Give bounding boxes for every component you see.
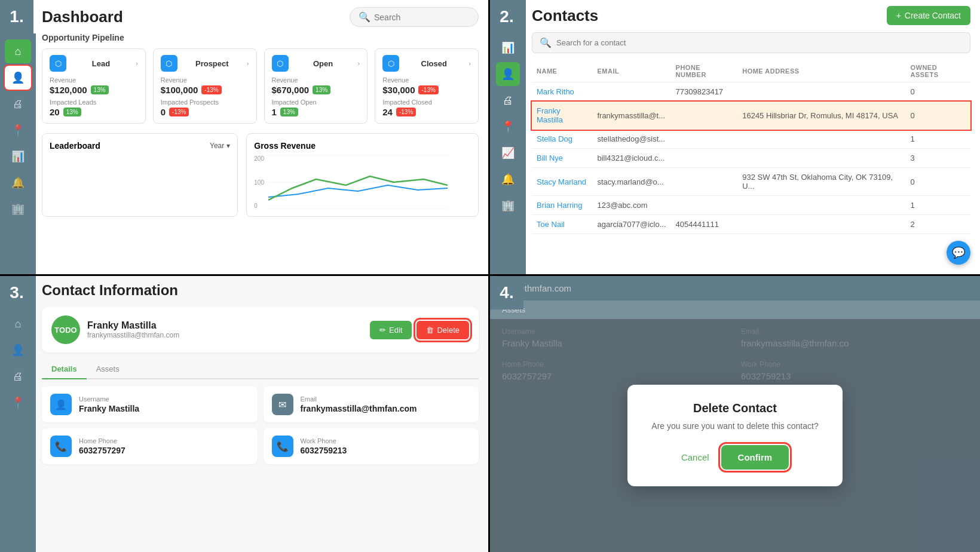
contact-phone-cell: 4054441111 <box>671 215 738 234</box>
delete-button[interactable]: 🗑 Delete <box>416 321 469 339</box>
contact-address-cell <box>737 149 905 168</box>
q1-sidebar: ⌂ 👤 🖨 📍 📊 🔔 🏢 <box>0 33 36 274</box>
contact-info-title: Contact Information <box>42 282 479 299</box>
quadrant-2: 2. 📊 👤 🖨 📍 📈 🔔 🏢 Contacts + Create Conta… <box>490 0 980 276</box>
sidebar-icon-home[interactable]: ⌂ <box>5 39 31 63</box>
contact-name-cell[interactable]: Brian Harring <box>532 196 592 215</box>
col-phone: PHONE NUMBER <box>671 60 738 82</box>
search-bar[interactable]: 🔍 <box>350 7 479 27</box>
lead-revenue-badge: 13% <box>91 85 109 94</box>
q1-header: Dashboard 🔍 <box>42 7 479 27</box>
contact-assets-cell: 1 <box>905 196 970 215</box>
prospect-revenue-badge: -13% <box>201 85 221 94</box>
share-icon-lead[interactable]: ⬡ <box>50 55 66 72</box>
modal-message: Are you sure you want to delete this con… <box>647 421 823 431</box>
contact-name-cell[interactable]: Bill Nye <box>532 149 592 168</box>
sidebar-icon-contacts[interactable]: 👤 <box>5 66 31 90</box>
edit-button[interactable]: ✏ Edit <box>370 321 412 339</box>
contact-avatar: TODO <box>51 315 80 344</box>
table-row[interactable]: Toe Nail agarcia7077@iclo... 4054441111 … <box>532 215 970 234</box>
pipeline-card-open: ⬡ Open › Revenue $670,000 13% Impacted O… <box>264 48 368 124</box>
quadrant-3: 3. ⌂ 👤 🖨 📍 Contact Information TODO Fran… <box>0 276 490 552</box>
table-row[interactable]: Franky Mastilla frankymasstilla@t... 162… <box>532 102 970 130</box>
email-block: Email frankymasstilla@thmfan.com <box>301 395 417 413</box>
year-select[interactable]: Year ▾ <box>210 142 230 150</box>
table-row[interactable]: Brian Harring 123@abc.com 1 <box>532 196 970 215</box>
tabs-bar: Details Assets <box>42 360 479 379</box>
sidebar-icon-building[interactable]: 🏢 <box>5 197 31 221</box>
prospect-impacts-value: 0 <box>161 107 166 117</box>
table-row[interactable]: Stacy Marland stacy.marland@o... 932 SW … <box>532 168 970 196</box>
pipeline-card-prospect: ⬡ Prospect › Revenue $100,000 -13% Impac… <box>153 48 257 124</box>
username-label: Username <box>79 395 139 403</box>
chart-area: 200 100 0 <box>254 155 471 209</box>
q3-nav-print[interactable]: 🖨 <box>5 364 31 388</box>
q4-lower: Username Franky Mastilla Email frankymas… <box>490 319 980 552</box>
contact-name-cell[interactable]: Franky Mastilla <box>532 102 592 130</box>
tab-assets[interactable]: Assets <box>87 360 129 379</box>
pipeline-card-lead: ⬡ Lead › Revenue $120,000 13% Impacted L… <box>42 48 146 124</box>
contact-phone-cell <box>671 130 738 149</box>
q2-nav-building[interactable]: 🏢 <box>496 194 520 217</box>
share-icon-prospect[interactable]: ⬡ <box>161 55 177 72</box>
cancel-button[interactable]: Cancel <box>681 452 709 462</box>
contact-name-cell[interactable]: Stella Dog <box>532 130 592 149</box>
q3-nav-location[interactable]: 📍 <box>5 391 31 415</box>
contact-name-cell[interactable]: Toe Nail <box>532 215 592 234</box>
sidebar-icon-location[interactable]: 📍 <box>5 118 31 142</box>
table-row[interactable]: Stella Dog stellathedog@sist... 1 <box>532 130 970 149</box>
search-contact-input[interactable] <box>556 38 676 47</box>
table-row[interactable]: Mark Ritho 77309823417 0 <box>532 82 970 102</box>
search-contact-icon: 🔍 <box>540 37 552 48</box>
col-email: EMAIL <box>592 60 670 82</box>
create-contact-button[interactable]: + Create Contact <box>887 6 970 25</box>
detail-card-home-phone: 📞 Home Phone 6032757297 <box>42 428 258 464</box>
col-assets: OWNED ASSETS <box>905 60 970 82</box>
q2-nav-location[interactable]: 📍 <box>496 115 520 139</box>
lead-revenue-value: $120,000 <box>50 85 87 95</box>
q2-nav-print[interactable]: 🖨 <box>496 88 520 112</box>
q4-main: tilla@thmfan.com Assets Username Franky … <box>490 276 980 552</box>
table-row[interactable]: Bill Nye bill4321@icloud.c... 3 <box>532 149 970 168</box>
quadrant-4: 4. tilla@thmfan.com Assets Username Fran… <box>490 276 980 552</box>
confirm-button[interactable]: Confirm <box>721 445 789 470</box>
q3-nav-home[interactable]: ⌂ <box>5 312 31 336</box>
contact-email-cell: 123@abc.com <box>592 196 670 215</box>
chat-bubble[interactable]: 💬 <box>947 241 970 265</box>
contact-name-cell[interactable]: Stacy Marland <box>532 168 592 196</box>
leaderboard-card: Leaderboard Year ▾ <box>42 133 238 217</box>
modal-overlay: Delete Contact Are you sure you want to … <box>490 319 980 552</box>
tab-details[interactable]: Details <box>42 360 87 379</box>
search-contact-bar[interactable]: 🔍 <box>532 32 970 53</box>
q3-nav-contacts[interactable]: 👤 <box>5 338 31 362</box>
quadrant-1: 1. ⌂ 👤 🖨 📍 📊 🔔 🏢 Dashboard 🔍 Opportunity… <box>0 0 490 276</box>
work-phone-label: Work Phone <box>301 437 347 444</box>
sidebar-icon-bell[interactable]: 🔔 <box>5 171 31 195</box>
year-label: Year <box>210 142 224 150</box>
prospect-revenue-label: Revenue <box>161 76 249 84</box>
share-icon-closed[interactable]: ⬡ <box>382 55 399 72</box>
contact-email-cell: stacy.marland@o... <box>592 168 670 196</box>
q2-main: Contacts + Create Contact 🔍 NAME EMAIL P… <box>490 0 980 240</box>
q2-nav-contacts[interactable]: 👤 <box>496 62 520 86</box>
q2-nav-bell[interactable]: 🔔 <box>496 167 520 191</box>
create-contact-label: Create Contact <box>905 11 961 20</box>
details-grid: 👤 Username Franky Mastilla ✉ Email frank… <box>42 387 479 464</box>
home-phone-label: Home Phone <box>79 437 125 444</box>
contact-name-block: Franky Mastilla frankymasstilla@thmfan.c… <box>87 320 179 339</box>
q2-nav-bar[interactable]: 📈 <box>496 141 520 165</box>
contact-address-cell <box>737 82 905 102</box>
q2-nav-chart[interactable]: 📊 <box>496 36 520 60</box>
contact-actions: ✏ Edit 🗑 Delete <box>370 321 469 339</box>
gross-revenue-chart <box>268 155 448 209</box>
prospect-revenue-value: $100,000 <box>161 85 198 95</box>
sidebar-icon-print[interactable]: 🖨 <box>5 92 31 116</box>
sidebar-icon-chart[interactable]: 📊 <box>5 145 31 168</box>
contact-address-cell: 932 SW 47th St, Oklahoma City, OK 73109,… <box>737 168 905 196</box>
email-value: frankymasstilla@thmfan.com <box>301 404 417 413</box>
contact-email-cell: stellathedog@sist... <box>592 130 670 149</box>
home-phone-value: 6032757297 <box>79 446 125 455</box>
share-icon-open[interactable]: ⬡ <box>272 55 289 72</box>
search-input[interactable] <box>374 13 470 22</box>
contact-name-cell[interactable]: Mark Ritho <box>532 82 592 102</box>
